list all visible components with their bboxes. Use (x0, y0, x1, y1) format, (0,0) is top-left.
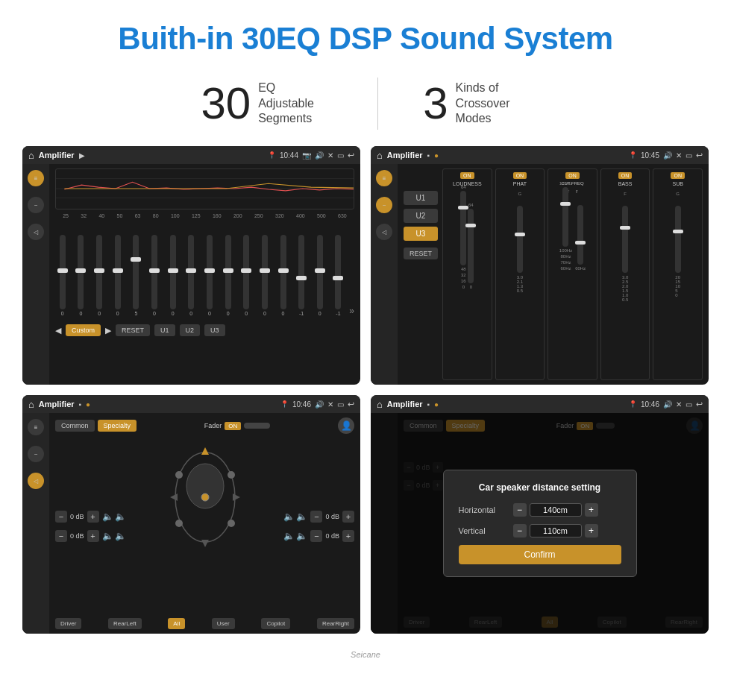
spk-sidebar-wave-icon[interactable]: ~ (28, 446, 44, 462)
dlg-x-icon[interactable]: ✕ (676, 400, 682, 409)
cx-sidebar-eq-icon[interactable]: ≡ (376, 170, 392, 186)
spk-top-row: Common Specialty Fader ON 👤 (55, 417, 354, 434)
eq-slider-15[interactable]: -1 (331, 235, 346, 316)
dlg-vol-icon[interactable]: 🔊 (663, 400, 672, 409)
spk-copilot-btn[interactable]: Copilot (261, 618, 290, 629)
cx-back-icon[interactable]: ↩ (696, 151, 703, 160)
spk-vol-plus-3[interactable]: + (342, 511, 354, 523)
eq-expand-icon[interactable]: » (349, 306, 354, 316)
eq-slider-5[interactable]: 0 (147, 235, 162, 316)
cx-screen-icon[interactable]: ▭ (685, 151, 692, 160)
eq-slider-13[interactable]: -1 (294, 235, 309, 316)
eq-slider-3[interactable]: 0 (110, 235, 125, 316)
spk-fader-slider[interactable] (244, 423, 270, 429)
spk-vol-plus-2[interactable]: + (87, 530, 99, 542)
eq-slider-10[interactable]: 0 (239, 235, 254, 316)
cx-preset-u2[interactable]: U2 (404, 209, 438, 223)
spk-sidebar-vol-icon[interactable]: ◁ (28, 473, 44, 489)
eq-x-icon[interactable]: ✕ (327, 151, 333, 160)
dlg-screen-icon[interactable]: ▭ (685, 400, 692, 409)
dlg-vertical-minus[interactable]: − (513, 524, 527, 537)
cx-loudness-on[interactable]: ON (460, 172, 474, 179)
cx-sidebar-vol-icon[interactable]: ◁ (376, 224, 392, 240)
spk-sidebar-eq-icon[interactable]: ≡ (28, 419, 44, 435)
eq-vol-icon[interactable]: 🔊 (315, 151, 324, 160)
spk-screen-icon[interactable]: ▭ (337, 400, 344, 409)
eq-slider-8[interactable]: 0 (202, 235, 217, 316)
eq-slider-6[interactable]: 0 (166, 235, 181, 316)
eq-sidebar-vol-icon[interactable]: ◁ (28, 224, 44, 240)
spk-speaker-icons-l1: 🔈 🔈 (102, 511, 126, 522)
cx-reset-btn[interactable]: RESET (404, 247, 438, 259)
eq-screen-icon[interactable]: ▭ (337, 151, 344, 160)
eq-prev-icon[interactable]: ◀ (55, 326, 61, 335)
spk-specialty-btn[interactable]: Specialty (98, 420, 137, 432)
stat-cx-number: 3 (423, 81, 448, 126)
spk-x-icon[interactable]: ✕ (327, 400, 333, 409)
cx-preset-u3[interactable]: U3 (404, 227, 438, 241)
dlg-horizontal-plus[interactable]: + (585, 503, 598, 517)
spk-user-btn[interactable]: User (212, 618, 235, 629)
spk-vol-minus-4[interactable]: − (310, 530, 322, 542)
spk-vol-minus-2[interactable]: − (55, 530, 67, 542)
cx-sub-on[interactable]: ON (671, 172, 685, 179)
eq-slider-14[interactable]: 0 (313, 235, 327, 316)
dlg-vertical-plus[interactable]: + (585, 524, 598, 537)
eq-play-icon[interactable]: ▶ (79, 151, 85, 160)
cx-cutfreq-on[interactable]: ON (565, 172, 580, 179)
eq-slider-12[interactable]: 0 (276, 235, 291, 316)
spk-time: 10:46 (292, 400, 311, 409)
cx-dot-icon: ● (434, 151, 439, 160)
cx-vol-icon[interactable]: 🔊 (663, 151, 672, 160)
eq-slider-11[interactable]: 0 (257, 235, 272, 316)
spk-vol-minus-1[interactable]: − (55, 511, 67, 523)
cx-x-icon[interactable]: ✕ (676, 151, 682, 160)
dlg-horizontal-minus[interactable]: − (513, 503, 527, 517)
eq-preset-custom[interactable]: Custom (66, 324, 101, 336)
cx-home-icon[interactable]: ⌂ (377, 150, 383, 161)
eq-sidebar-wave-icon[interactable]: ~ (28, 197, 44, 213)
spk-left-volumes: − 0 dB + 🔈 🔈 − 0 dB + (55, 438, 126, 614)
cx-phat-on[interactable]: ON (513, 172, 527, 179)
spk-status-bar: ⌂ Amplifier ▪ ● 📍 10:46 🔊 ✕ ▭ ↩ (22, 395, 360, 413)
cx-bass-on[interactable]: ON (618, 172, 633, 179)
eq-next-icon[interactable]: ▶ (105, 326, 111, 335)
eq-u2-btn[interactable]: U2 (180, 324, 201, 336)
spk-common-btn[interactable]: Common (55, 420, 95, 432)
cx-sidebar-wave-icon[interactable]: ~ (376, 197, 392, 213)
speaker-screen: ⌂ Amplifier ▪ ● 📍 10:46 🔊 ✕ ▭ ↩ ≡ ~ ◁ (22, 395, 360, 634)
eq-u3-btn[interactable]: U3 (204, 324, 225, 336)
eq-slider-2[interactable]: 0 (92, 235, 107, 316)
spk-fader-on[interactable]: ON (225, 422, 241, 430)
spk-vol-minus-3[interactable]: − (310, 511, 322, 523)
confirm-button[interactable]: Confirm (459, 545, 621, 564)
eq-slider-0[interactable]: 0 (55, 235, 70, 316)
eq-back-icon[interactable]: ↩ (348, 151, 354, 160)
eq-slider-1[interactable]: 0 (74, 235, 89, 316)
eq-sidebar-eq-icon[interactable]: ≡ (28, 170, 44, 186)
spk-vol-icon[interactable]: 🔊 (315, 400, 324, 409)
cx-sidebar: ≡ ~ ◁ (371, 164, 398, 385)
spk-main: Common Specialty Fader ON 👤 − (49, 413, 360, 634)
home-icon[interactable]: ⌂ (28, 150, 34, 161)
dlg-back-icon[interactable]: ↩ (696, 400, 703, 409)
dlg-location-icon: 📍 (629, 400, 637, 408)
spk-rearleft-btn[interactable]: RearLeft (108, 618, 142, 629)
spk-driver-btn[interactable]: Driver (55, 618, 81, 629)
eq-slider-9[interactable]: 0 (221, 235, 236, 316)
spk-all-btn[interactable]: All (168, 618, 185, 629)
eq-u1-btn[interactable]: U1 (154, 324, 175, 336)
spk-vol-plus-4[interactable]: + (342, 530, 354, 542)
spk-rearright-btn[interactable]: RearRight (317, 618, 354, 629)
eq-slider-7[interactable]: 0 (183, 235, 198, 316)
spk-home-icon[interactable]: ⌂ (28, 399, 34, 410)
cx-screen-content: ≡ ~ ◁ U1 U2 U3 RESET (371, 164, 709, 385)
spk-vol-plus-1[interactable]: + (87, 511, 99, 523)
cx-presets-col: U1 U2 U3 RESET (404, 168, 438, 259)
spk-person-icon[interactable]: 👤 (338, 417, 354, 434)
spk-back-icon[interactable]: ↩ (348, 400, 354, 409)
cx-preset-u1[interactable]: U1 (404, 191, 438, 205)
eq-reset-btn[interactable]: RESET (116, 324, 150, 336)
dlg-home-icon[interactable]: ⌂ (377, 399, 383, 410)
eq-slider-4[interactable]: 5 (129, 235, 144, 316)
